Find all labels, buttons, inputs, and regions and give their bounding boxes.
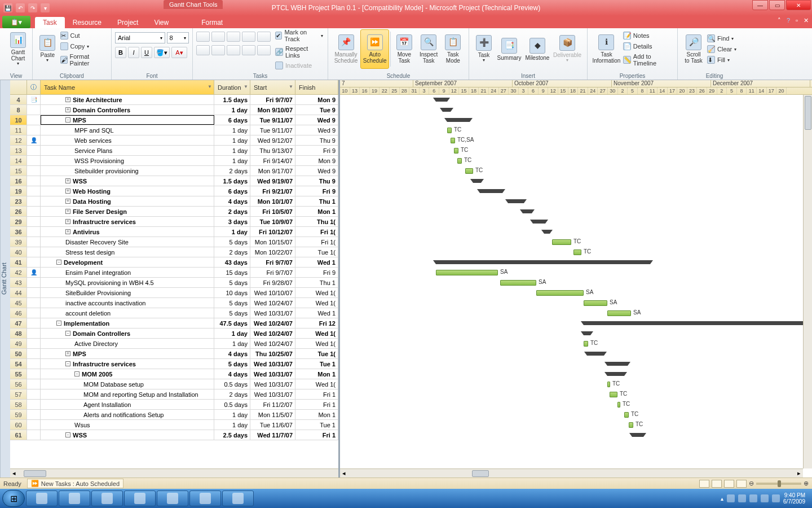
outline-toggle[interactable]: + bbox=[65, 97, 70, 102]
paste-button[interactable]: 📋Paste▾ bbox=[36, 29, 59, 69]
cell-duration[interactable]: 2 days bbox=[214, 247, 250, 257]
format-painter-button[interactable]: 🖌Format Painter bbox=[59, 52, 108, 67]
cell-finish[interactable]: Fri 1( bbox=[295, 227, 338, 237]
font-size-select[interactable]: 8▾ bbox=[167, 32, 189, 43]
underline-button[interactable]: U bbox=[141, 47, 152, 58]
table-row[interactable]: 40Stress test design2 daysMon 10/22/07Tu… bbox=[10, 247, 338, 257]
table-row[interactable]: 47-Implementation47.5 daysWed 10/24/07Fr… bbox=[10, 318, 338, 329]
gantt-task-bar[interactable] bbox=[617, 402, 620, 408]
cell-duration[interactable]: 5 days bbox=[214, 359, 250, 369]
unlink-icon[interactable] bbox=[242, 45, 255, 55]
cell-finish[interactable]: Wed 1 bbox=[295, 308, 338, 318]
cell-finish[interactable]: Wed 1( bbox=[295, 339, 338, 348]
cell-task-name[interactable]: Agent Installation bbox=[41, 400, 214, 409]
taskbar-app-ie[interactable] bbox=[91, 491, 123, 506]
cell-start[interactable]: Wed 10/24/07 bbox=[250, 298, 295, 308]
row-id[interactable]: 39 bbox=[10, 237, 27, 247]
cell-task-name[interactable]: +WSS bbox=[41, 176, 214, 186]
zoom-slider[interactable] bbox=[756, 483, 801, 485]
cell-duration[interactable]: 3 days bbox=[214, 217, 250, 226]
gantt-summary-bar[interactable] bbox=[533, 220, 545, 224]
scroll-to-task-button[interactable]: 🔎Scroll to Task bbox=[681, 29, 706, 69]
view-gantt-button[interactable] bbox=[699, 480, 709, 488]
gantt-summary-bar[interactable] bbox=[447, 118, 470, 122]
cell-task-name[interactable]: -MPS bbox=[41, 115, 214, 125]
tab-resource[interactable]: Resource bbox=[65, 17, 109, 28]
table-row[interactable]: 15Sitebuilder provisioning2 daysMon 9/17… bbox=[10, 166, 338, 176]
cell-duration[interactable]: 2 days bbox=[214, 389, 250, 399]
maximize-button[interactable]: ▭ bbox=[769, 0, 785, 10]
row-id[interactable]: 8 bbox=[10, 105, 27, 115]
row-id[interactable]: 60 bbox=[10, 420, 27, 430]
table-row[interactable]: 26+File Server Design2 daysFri 10/5/07Mo… bbox=[10, 207, 338, 217]
scroll-thumb[interactable] bbox=[472, 470, 489, 477]
new-tasks-mode[interactable]: ⏩New Tasks : Auto Scheduled bbox=[27, 479, 123, 488]
grid-body[interactable]: 4📑+Site Architecture1.5 daysFri 9/7/07Mo… bbox=[10, 95, 338, 468]
cell-finish[interactable]: Tue 1 bbox=[295, 359, 338, 369]
gantt-chart-button[interactable]: 📊Gantt Chart▾ bbox=[3, 29, 33, 69]
cell-duration[interactable]: 1.5 days bbox=[214, 95, 250, 104]
cell-duration[interactable]: 4 days bbox=[214, 369, 250, 379]
cell-duration[interactable]: 5 days bbox=[214, 237, 250, 247]
cell-start[interactable]: Tue 10/9/07 bbox=[250, 217, 295, 226]
cell-task-name[interactable]: MOM and reporting Setup and Installation bbox=[41, 389, 214, 399]
cell-task-name[interactable]: Web services bbox=[41, 135, 214, 145]
manually-schedule-button[interactable]: 📌Manually Schedule bbox=[332, 29, 360, 69]
taskbar-app-chrome[interactable] bbox=[59, 491, 90, 506]
tray-clock[interactable]: 9:40 PM6/7/2009 bbox=[783, 492, 805, 505]
cell-start[interactable]: Wed 10/31/07 bbox=[250, 308, 295, 318]
cell-start[interactable]: Mon 9/10/07 bbox=[250, 105, 295, 115]
cell-start[interactable]: Mon 9/17/07 bbox=[250, 166, 295, 176]
row-id[interactable]: 58 bbox=[10, 400, 27, 409]
gantt-task-bar[interactable] bbox=[436, 270, 498, 275]
cell-task-name[interactable]: Alerts and notifications Setup bbox=[41, 410, 214, 419]
cell-finish[interactable]: Tue 9 bbox=[295, 105, 338, 115]
qat-customize-icon[interactable]: ▾ bbox=[41, 3, 50, 12]
copy-button[interactable]: Copy▾ bbox=[59, 42, 108, 51]
row-id[interactable]: 10 bbox=[10, 115, 27, 125]
cell-finish[interactable]: Tue 1( bbox=[295, 247, 338, 257]
gantt-task-bar[interactable] bbox=[607, 310, 631, 316]
cell-finish[interactable]: Fri 12 bbox=[295, 318, 338, 328]
gantt-task-bar[interactable] bbox=[629, 422, 633, 428]
gantt-task-bar[interactable] bbox=[451, 138, 455, 143]
cell-start[interactable]: Fri 9/7/07 bbox=[250, 257, 295, 267]
view-team-planner-button[interactable] bbox=[724, 480, 734, 488]
cell-task-name[interactable]: MySQL provisioning in WBH 4.5 bbox=[41, 278, 214, 287]
table-row[interactable]: 61-WSS2.5 daysWed 11/7/07Fri 1 bbox=[10, 430, 338, 440]
bold-button[interactable]: B bbox=[115, 47, 126, 58]
outline-toggle[interactable]: - bbox=[65, 432, 70, 437]
gantt-task-bar[interactable] bbox=[552, 239, 571, 245]
cell-duration[interactable]: 5 days bbox=[214, 308, 250, 318]
scroll-thumb[interactable] bbox=[24, 470, 46, 477]
row-id[interactable]: 29 bbox=[10, 217, 27, 226]
table-row[interactable]: 42👤Ensim Panel integration15 daysFri 9/7… bbox=[10, 268, 338, 278]
tray-icon[interactable] bbox=[738, 494, 746, 502]
col-id[interactable] bbox=[10, 80, 27, 94]
cell-task-name[interactable]: -MOM 2005 bbox=[41, 369, 214, 379]
outline-toggle[interactable]: - bbox=[56, 260, 61, 265]
row-id[interactable]: 19 bbox=[10, 186, 27, 196]
gantt-summary-bar[interactable] bbox=[587, 352, 604, 356]
split-icon[interactable] bbox=[257, 45, 271, 55]
gantt-task-bar[interactable] bbox=[500, 280, 536, 286]
cell-duration[interactable]: 1 day bbox=[214, 135, 250, 145]
insert-task-button[interactable]: ➕Task▾ bbox=[473, 29, 495, 69]
tray-icon[interactable] bbox=[749, 494, 757, 502]
cell-finish[interactable]: Thu 1( bbox=[295, 217, 338, 226]
gantt-task-bar[interactable] bbox=[584, 300, 607, 306]
file-tab[interactable]: 📋▾ bbox=[2, 16, 30, 28]
row-id[interactable]: 43 bbox=[10, 278, 27, 287]
cell-start[interactable]: Mon 10/15/07 bbox=[250, 237, 295, 247]
cell-task-name[interactable]: MPF and SQL bbox=[41, 125, 214, 135]
cell-duration[interactable]: 43 days bbox=[214, 257, 250, 267]
cell-finish[interactable]: Tue 1 bbox=[295, 420, 338, 430]
cell-duration[interactable]: 0.5 days bbox=[214, 400, 250, 409]
cell-finish[interactable]: Mon 9 bbox=[295, 156, 338, 165]
cell-duration[interactable]: 47.5 days bbox=[214, 318, 250, 328]
table-row[interactable]: 10-MPS6 daysTue 9/11/07Wed 9 bbox=[10, 115, 338, 125]
outline-toggle[interactable]: + bbox=[65, 209, 70, 214]
move-task-button[interactable]: 📅Move Task bbox=[392, 29, 416, 69]
cell-duration[interactable]: 1 day bbox=[214, 339, 250, 348]
row-id[interactable]: 26 bbox=[10, 207, 27, 216]
